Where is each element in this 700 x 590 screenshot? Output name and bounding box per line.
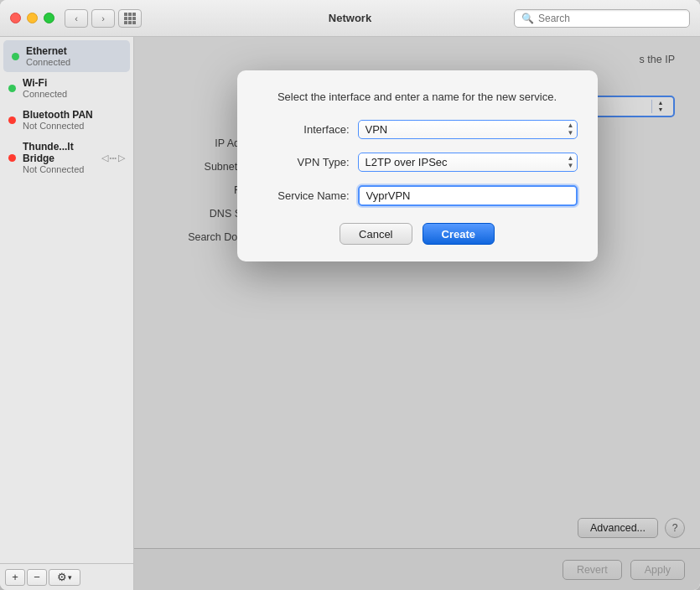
sidebar-item-status: Connected: [26, 57, 70, 67]
bridge-arrows-icon: ◁•••▷: [101, 153, 125, 163]
sidebar: Ethernet Connected Wi-Fi Connected Bluet…: [0, 37, 134, 590]
interface-row: Interface: VPN Ethernet Wi-Fi Bluetooth …: [257, 120, 578, 139]
service-name-row: Service Name:: [257, 185, 578, 206]
close-button[interactable]: [10, 13, 21, 23]
interface-select-wrapper: VPN Ethernet Wi-Fi Bluetooth PAN ▲ ▼: [358, 120, 578, 139]
vpn-type-row: VPN Type: L2TP over IPSec Cisco IPSec IK…: [257, 153, 578, 172]
search-box[interactable]: 🔍: [514, 9, 690, 28]
modal-title: Select the interface and enter a name fo…: [257, 91, 578, 103]
vpn-type-select-wrapper: L2TP over IPSec Cisco IPSec IKEv2 ▲ ▼: [358, 153, 578, 172]
search-icon: 🔍: [521, 13, 534, 24]
back-button[interactable]: ‹: [65, 9, 88, 28]
sidebar-item-ethernet[interactable]: Ethernet Connected: [3, 40, 130, 72]
grid-button[interactable]: [118, 9, 142, 28]
vpn-type-select[interactable]: L2TP over IPSec Cisco IPSec IKEv2: [358, 153, 578, 172]
sidebar-item-info: Ethernet Connected: [26, 45, 70, 67]
service-name-label: Service Name:: [257, 189, 350, 202]
sidebar-item-name-wifi: Wi-Fi: [23, 77, 67, 89]
minimize-button[interactable]: [27, 13, 38, 23]
add-network-button[interactable]: +: [5, 569, 25, 586]
create-button[interactable]: Create: [423, 223, 495, 245]
maximize-button[interactable]: [44, 13, 54, 23]
sidebar-list: Ethernet Connected Wi-Fi Connected Bluet…: [0, 37, 133, 563]
titlebar: ‹ › Network 🔍: [0, 0, 700, 37]
sidebar-item-name-bluetooth: Bluetooth PAN: [23, 109, 93, 121]
remove-network-button[interactable]: −: [27, 569, 47, 586]
vpn-type-label: VPN Type:: [257, 156, 350, 168]
interface-label: Interface:: [257, 123, 350, 136]
main-panel: s the IP ▲ ▼ IP Address:: [134, 37, 700, 590]
grid-icon: [124, 13, 136, 24]
status-dot-ethernet: [12, 53, 19, 60]
gear-menu-button[interactable]: ⚙ ▾: [49, 569, 80, 586]
status-dot-thunderbolt: [8, 154, 16, 162]
sidebar-item-thunderbolt[interactable]: Thunde...lt Bridge Not Connected ◁•••▷: [0, 136, 133, 179]
interface-select[interactable]: VPN Ethernet Wi-Fi Bluetooth PAN: [358, 120, 578, 139]
status-dot-bluetooth: [8, 116, 16, 124]
nav-buttons: ‹ ›: [65, 9, 115, 28]
window: ‹ › Network 🔍 Eth: [0, 0, 700, 590]
sidebar-item-status-wifi: Connected: [23, 89, 67, 99]
search-input[interactable]: [538, 13, 682, 24]
sidebar-item-status-thunderbolt: Not Connected: [23, 164, 95, 174]
forward-button[interactable]: ›: [91, 9, 115, 28]
sidebar-item-wifi[interactable]: Wi-Fi Connected: [0, 72, 133, 104]
sidebar-toolbar: + − ⚙ ▾: [0, 563, 133, 590]
status-dot-wifi: [8, 85, 16, 92]
cancel-button[interactable]: Cancel: [340, 223, 412, 245]
modal-buttons: Cancel Create: [257, 223, 578, 245]
modal-overlay: Select the interface and enter a name fo…: [134, 37, 700, 590]
modal-dialog: Select the interface and enter a name fo…: [237, 70, 598, 261]
sidebar-item-info-wifi: Wi-Fi Connected: [23, 77, 67, 99]
sidebar-item-status-bluetooth: Not Connected: [23, 121, 93, 131]
sidebar-item-name-thunderbolt: Thunde...lt Bridge: [23, 141, 95, 164]
content-area: Ethernet Connected Wi-Fi Connected Bluet…: [0, 37, 700, 590]
sidebar-item-info-thunderbolt: Thunde...lt Bridge Not Connected: [23, 141, 95, 174]
sidebar-item-bluetooth[interactable]: Bluetooth PAN Not Connected: [0, 104, 133, 136]
window-title: Network: [329, 12, 371, 24]
sidebar-item-info-bluetooth: Bluetooth PAN Not Connected: [23, 109, 93, 131]
sidebar-item-name: Ethernet: [26, 45, 70, 57]
service-name-input[interactable]: [358, 185, 578, 206]
traffic-lights: [10, 13, 54, 23]
